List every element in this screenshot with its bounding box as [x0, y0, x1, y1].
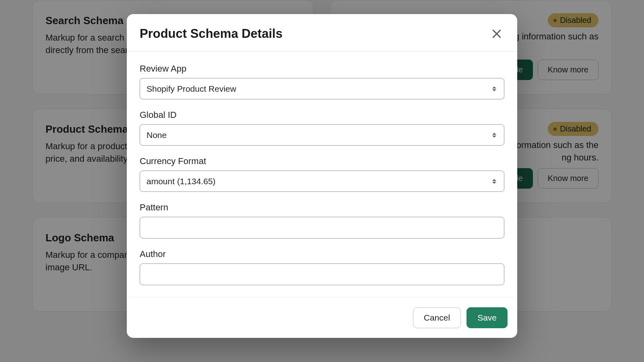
modal-header: Product Schema Details	[127, 14, 517, 51]
close-icon	[491, 28, 503, 40]
global-id-field: Global ID None	[140, 110, 504, 146]
field-label: Review App	[140, 64, 504, 74]
review-app-select[interactable]: Shopify Product Review	[140, 78, 504, 99]
modal-footer: Cancel Save	[127, 297, 517, 338]
save-button[interactable]: Save	[466, 307, 508, 328]
review-app-field: Review App Shopify Product Review	[140, 64, 504, 99]
modal-title: Product Schema Details	[140, 27, 283, 41]
modal-body: Review App Shopify Product Review Global…	[127, 51, 517, 297]
currency-format-select[interactable]: amount (1,134.65)	[140, 171, 504, 192]
field-label: Pattern	[140, 202, 504, 213]
author-field: Author	[140, 249, 504, 285]
field-label: Author	[140, 249, 504, 259]
pattern-field: Pattern	[140, 202, 504, 239]
product-schema-details-modal: Product Schema Details Review App Shopif…	[127, 14, 517, 338]
modal-overlay[interactable]: Product Schema Details Review App Shopif…	[0, 0, 644, 362]
global-id-select[interactable]: None	[140, 124, 504, 146]
cancel-button[interactable]: Cancel	[413, 307, 461, 328]
close-button[interactable]	[489, 26, 504, 41]
field-label: Global ID	[140, 110, 504, 120]
currency-format-field: Currency Format amount (1,134.65)	[140, 156, 504, 192]
field-label: Currency Format	[140, 156, 504, 167]
pattern-input[interactable]	[140, 217, 504, 239]
author-input[interactable]	[140, 263, 504, 285]
